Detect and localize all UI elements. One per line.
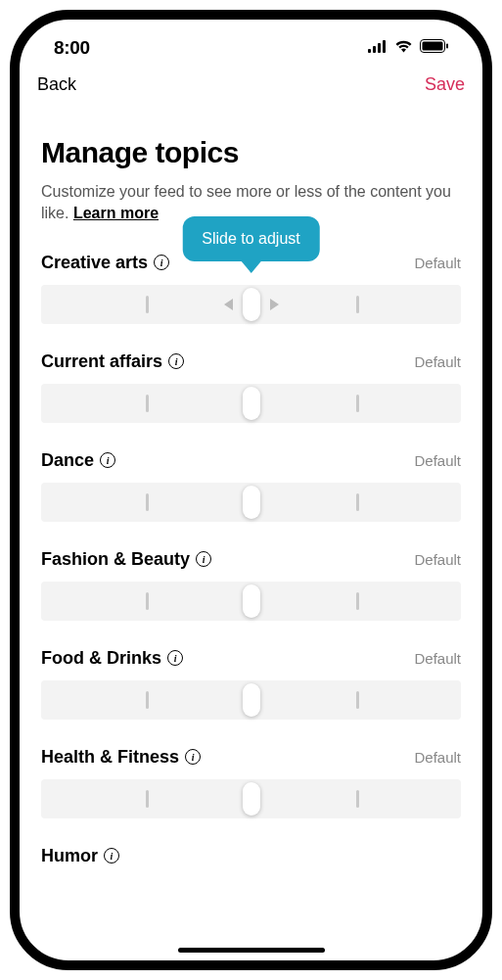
- content: Manage topics Customize your feed to see…: [20, 101, 482, 866]
- topic-row: Creative artsiDefaultSlide to adjust: [41, 253, 461, 324]
- slider-tick: [356, 493, 359, 511]
- topic-name: Fashion & Beauty: [41, 549, 190, 570]
- slider-thumb[interactable]: [243, 782, 260, 816]
- topic-row: Current affairsiDefault: [41, 351, 461, 423]
- slider-tick: [146, 493, 149, 511]
- topic-name: Creative arts: [41, 253, 148, 273]
- svg-rect-5: [423, 42, 443, 51]
- topic-header: DanceiDefault: [41, 450, 461, 471]
- topic-slider[interactable]: Slide to adjust: [41, 285, 461, 324]
- slider-tick: [146, 395, 149, 412]
- slider-tick: [146, 691, 149, 709]
- slider-tick: [356, 691, 359, 709]
- slider-tooltip: Slide to adjust: [182, 216, 320, 261]
- topic-slider[interactable]: [41, 680, 461, 720]
- info-icon[interactable]: i: [185, 749, 201, 765]
- status-bar: 8:00: [20, 20, 482, 65]
- slider-tick: [356, 592, 359, 610]
- topic-name: Food & Drinks: [41, 648, 161, 669]
- back-button[interactable]: Back: [37, 74, 76, 95]
- info-icon[interactable]: i: [196, 551, 211, 567]
- topic-header: Fashion & BeautyiDefault: [41, 549, 461, 570]
- info-icon[interactable]: i: [168, 353, 184, 369]
- topic-slider[interactable]: [41, 483, 461, 522]
- topic-header: Food & DrinksiDefault: [41, 648, 461, 669]
- topic-header: Current affairsiDefault: [41, 351, 461, 372]
- home-indicator[interactable]: [178, 948, 325, 953]
- topic-status: Default: [414, 650, 461, 667]
- save-button[interactable]: Save: [425, 74, 465, 95]
- topic-status: Default: [414, 255, 461, 271]
- svg-rect-2: [378, 43, 381, 53]
- topic-name-wrap: Dancei: [41, 450, 115, 471]
- topic-slider[interactable]: [41, 384, 461, 423]
- topic-header: Health & FitnessiDefault: [41, 747, 461, 768]
- cellular-icon: [368, 39, 388, 57]
- info-icon[interactable]: i: [104, 848, 119, 863]
- topic-status: Default: [414, 353, 461, 370]
- page-title: Manage topics: [41, 136, 461, 169]
- battery-icon: [420, 39, 448, 57]
- topic-name-wrap: Current affairsi: [41, 351, 184, 372]
- info-icon[interactable]: i: [100, 452, 115, 468]
- slider-tick: [146, 296, 149, 313]
- topic-name-wrap: Humori: [41, 846, 119, 866]
- slider-tick: [146, 790, 149, 808]
- info-icon[interactable]: i: [154, 255, 169, 270]
- chevron-right-icon: [270, 299, 279, 310]
- topic-row: Fashion & BeautyiDefault: [41, 549, 461, 621]
- topic-status: Default: [414, 551, 461, 568]
- screen: 8:00 Back Save Manage topics Customize y…: [20, 20, 482, 960]
- svg-rect-0: [368, 49, 371, 53]
- topic-slider[interactable]: [41, 582, 461, 621]
- slider-tick: [356, 296, 359, 313]
- topic-row: Health & FitnessiDefault: [41, 747, 461, 818]
- nav-bar: Back Save: [20, 65, 482, 101]
- slider-thumb[interactable]: [243, 584, 260, 618]
- svg-rect-3: [383, 40, 386, 53]
- slider-tick: [356, 790, 359, 808]
- topics-list: Creative artsiDefaultSlide to adjustCurr…: [41, 253, 461, 866]
- topic-name-wrap: Food & Drinksi: [41, 648, 183, 669]
- phone-frame: 8:00 Back Save Manage topics Customize y…: [10, 10, 492, 970]
- topic-row: Food & DrinksiDefault: [41, 648, 461, 720]
- learn-more-link[interactable]: Learn more: [73, 205, 159, 221]
- topic-name-wrap: Fashion & Beautyi: [41, 549, 211, 570]
- topic-status: Default: [414, 452, 461, 469]
- info-icon[interactable]: i: [167, 650, 183, 666]
- status-time: 8:00: [54, 37, 90, 59]
- topic-name-wrap: Health & Fitnessi: [41, 747, 201, 768]
- slider-thumb[interactable]: [243, 387, 260, 420]
- svg-rect-6: [446, 44, 448, 49]
- topic-name: Humor: [41, 846, 98, 866]
- status-indicators: [368, 39, 448, 57]
- slider-thumb[interactable]: [243, 288, 260, 321]
- slider-tick: [146, 592, 149, 610]
- chevron-left-icon: [224, 299, 233, 310]
- slider-tick: [356, 395, 359, 412]
- topic-name: Dance: [41, 450, 94, 471]
- topic-slider[interactable]: [41, 779, 461, 818]
- topic-row: DanceiDefault: [41, 450, 461, 522]
- topic-row: Humori: [41, 846, 461, 866]
- svg-rect-1: [373, 46, 376, 53]
- slider-thumb[interactable]: [243, 486, 260, 519]
- wifi-icon: [394, 39, 413, 57]
- slider-thumb[interactable]: [243, 683, 260, 717]
- topic-header: Humori: [41, 846, 461, 866]
- topic-name: Current affairs: [41, 351, 162, 372]
- topic-status: Default: [414, 749, 461, 766]
- topic-name: Health & Fitness: [41, 747, 179, 768]
- topic-name-wrap: Creative artsi: [41, 253, 169, 273]
